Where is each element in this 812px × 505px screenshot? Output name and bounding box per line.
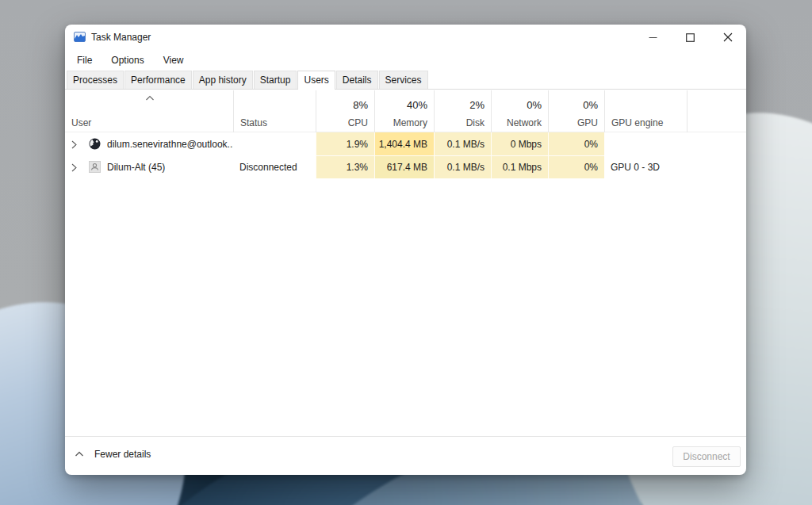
column-label-memory: Memory xyxy=(381,117,427,128)
menu-file[interactable]: File xyxy=(71,53,99,67)
user-cell: Dilum-Alt (45) xyxy=(65,155,233,178)
status-cell: Disconnected xyxy=(233,155,316,178)
expand-chevron-icon[interactable] xyxy=(71,163,79,171)
user-name: dilum.senevirathne@outlook... xyxy=(107,139,233,150)
column-label-network: Network xyxy=(498,117,542,128)
cpu-cell: 1.3% xyxy=(316,155,374,178)
menu-view[interactable]: View xyxy=(157,53,191,67)
user-cell: dilum.senevirathne@outlook... xyxy=(65,132,233,155)
network-cell: 0.1 Mbps xyxy=(491,155,548,178)
tab-strip: Processes Performance App history Startu… xyxy=(65,69,746,90)
status-cell xyxy=(233,132,316,155)
column-header-gpu[interactable]: 0% GPU xyxy=(548,90,604,132)
gpu-cell: 0% xyxy=(548,155,604,178)
column-label-user: User xyxy=(71,117,227,128)
network-total-value: 0% xyxy=(498,99,542,111)
cpu-cell: 1.9% xyxy=(316,132,374,155)
table-row[interactable]: Dilum-Alt (45) Disconnected 1.3% 617.4 M… xyxy=(65,155,746,178)
gpu-total-value: 0% xyxy=(555,99,598,111)
menu-bar: File Options View xyxy=(65,51,746,69)
column-header-memory[interactable]: 40% Memory xyxy=(374,90,434,132)
user-table-body: dilum.senevirathne@outlook... 1.9% 1,404… xyxy=(65,132,746,178)
column-header-cpu[interactable]: 8% CPU xyxy=(316,90,374,132)
memory-cell: 617.4 MB xyxy=(374,155,434,178)
menu-options[interactable]: Options xyxy=(105,53,151,67)
column-header-user[interactable]: User xyxy=(65,90,233,132)
gpu-engine-cell xyxy=(604,132,687,155)
disk-cell: 0.1 MB/s xyxy=(434,132,491,155)
tab-processes[interactable]: Processes xyxy=(67,71,124,89)
footer-bar: Fewer details Disconnect xyxy=(65,436,746,475)
maximize-button[interactable] xyxy=(678,26,702,48)
tab-users[interactable]: Users xyxy=(297,71,335,90)
column-label-status: Status xyxy=(240,117,309,128)
column-label-disk: Disk xyxy=(441,117,485,128)
column-label-cpu: CPU xyxy=(323,117,368,128)
gpu-cell: 0% xyxy=(548,132,604,155)
filler-cell xyxy=(687,155,746,178)
memory-total-value: 40% xyxy=(381,99,427,111)
task-manager-app-icon xyxy=(74,32,86,42)
title-bar[interactable]: Task Manager xyxy=(65,25,746,50)
expand-chevron-icon[interactable] xyxy=(71,140,79,148)
account-avatar-icon xyxy=(89,138,101,150)
cpu-total-value: 8% xyxy=(323,99,368,111)
fewer-details-toggle[interactable]: Fewer details xyxy=(75,449,151,460)
minimize-button[interactable] xyxy=(641,26,665,48)
column-label-gpu-engine: GPU engine xyxy=(611,117,680,128)
table-row[interactable]: dilum.senevirathne@outlook... 1.9% 1,404… xyxy=(65,132,746,155)
disk-total-value: 2% xyxy=(441,99,485,111)
sort-ascending-icon xyxy=(145,95,155,101)
column-header-disk[interactable]: 2% Disk xyxy=(434,90,491,132)
task-manager-window: Task Manager File Options View Processes… xyxy=(65,25,746,475)
column-header-filler xyxy=(687,90,746,132)
column-header-status[interactable]: Status xyxy=(233,90,316,132)
column-header-gpu-engine[interactable]: GPU engine xyxy=(604,90,687,132)
generic-user-icon xyxy=(89,161,101,173)
table-header: User Status 8% CPU 40% Memory 2% Disk 0%… xyxy=(65,90,746,132)
column-header-network[interactable]: 0% Network xyxy=(491,90,548,132)
gpu-engine-cell: GPU 0 - 3D xyxy=(604,155,687,178)
window-title: Task Manager xyxy=(91,32,151,43)
user-name: Dilum-Alt (45) xyxy=(107,162,165,173)
tab-startup[interactable]: Startup xyxy=(254,71,297,89)
disconnect-button[interactable]: Disconnect xyxy=(672,446,741,467)
chevron-up-icon xyxy=(75,451,84,457)
network-cell: 0 Mbps xyxy=(491,132,548,155)
filler-cell xyxy=(687,132,746,155)
tab-app-history[interactable]: App history xyxy=(193,71,253,89)
memory-cell: 1,404.4 MB xyxy=(374,132,434,155)
tab-performance[interactable]: Performance xyxy=(124,71,192,89)
column-label-gpu: GPU xyxy=(555,117,598,128)
disk-cell: 0.1 MB/s xyxy=(434,155,491,178)
fewer-details-label: Fewer details xyxy=(94,449,151,460)
tab-details[interactable]: Details xyxy=(336,71,378,89)
close-button[interactable] xyxy=(716,26,740,48)
tab-services[interactable]: Services xyxy=(379,71,428,89)
